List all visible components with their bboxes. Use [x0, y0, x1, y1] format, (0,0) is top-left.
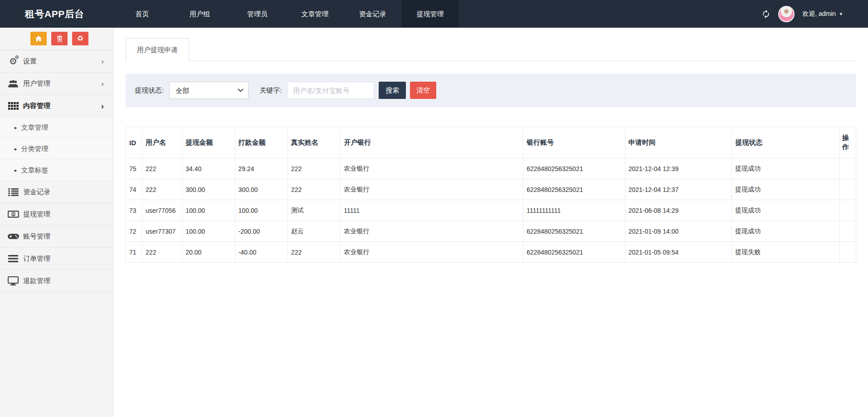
table-row: 71 222 20.00 -40.00 222 农业银行 62284802563…: [126, 242, 856, 263]
clear-button[interactable]: 清空: [410, 82, 436, 99]
sidebar-item-label: 账号管理: [23, 232, 104, 241]
list-icon: [7, 188, 20, 196]
table-row: 74 222 300.00 300.00 222 农业银行 6228480256…: [126, 179, 856, 200]
recycle-button[interactable]: ♻: [72, 32, 88, 45]
chevron-right-icon: ›: [101, 58, 104, 65]
home-icon: [35, 35, 42, 42]
tab-bar-filler: [189, 38, 856, 61]
tab-bar: 用户提现申请: [126, 38, 856, 61]
home-button[interactable]: [30, 32, 47, 45]
refresh-icon[interactable]: [761, 10, 770, 19]
sidebar-item-account-mgmt[interactable]: 账号管理: [0, 226, 113, 248]
col-header-real-name: 真实姓名: [288, 127, 340, 158]
cell-id: 73: [126, 200, 142, 221]
grid-icon: [7, 102, 20, 110]
sidebar-item-order-mgmt[interactable]: 订单管理: [0, 248, 113, 270]
recycle-icon: ♻: [77, 35, 83, 42]
sidebar-subitem-label: 文章标签: [21, 166, 49, 175]
cell-withdraw-status: 提现成功: [732, 158, 840, 179]
nav-item-fund-records[interactable]: 资金记录: [344, 0, 401, 28]
cell-withdraw-status: 提现成功: [732, 200, 840, 221]
cell-withdraw-status: 提现成功: [732, 221, 840, 242]
withdraw-table: ID 用户名 提现金额 打款金额 真实姓名 开户银行 银行账号 申请时间 提现状…: [126, 127, 856, 263]
table-header-row: ID 用户名 提现金额 打款金额 真实姓名 开户银行 银行账号 申请时间 提现状…: [126, 127, 856, 158]
sidebar-subitem-category-mgmt[interactable]: ▸ 分类管理: [0, 138, 113, 160]
cell-apply-time: 2021-06-08 14:29: [625, 200, 732, 221]
gamepad-icon: [7, 233, 20, 240]
user-menu[interactable]: 欢迎, admin ▼: [802, 10, 843, 18]
caret-down-icon: ▼: [839, 12, 843, 16]
tab-user-withdraw-request[interactable]: 用户提现申请: [126, 38, 189, 61]
chevron-right-icon: ›: [101, 80, 104, 88]
sidebar-subitem-label: 文章管理: [21, 123, 49, 132]
sidebar-item-withdraw-mgmt[interactable]: 1 提现管理: [0, 203, 113, 226]
sidebar-item-label: 内容管理: [23, 102, 101, 110]
cell-username: user77307: [142, 221, 182, 242]
nav-item-home[interactable]: 首页: [113, 0, 171, 28]
triangle-right-icon: ▸: [15, 167, 17, 173]
cell-withdraw-amount: 100.00: [182, 221, 235, 242]
cell-apply-time: 2021-01-09 14:00: [625, 221, 732, 242]
table-row: 75 222 34.40 29.24 222 农业银行 622848025632…: [126, 158, 856, 179]
withdraw-status-select[interactable]: 全部: [169, 82, 249, 99]
table-row: 73 user77056 100.00 100.00 测试 11111 1111…: [126, 200, 856, 221]
welcome-text: 欢迎, admin: [802, 10, 836, 18]
cell-bank: 农业银行: [341, 221, 523, 242]
nav-item-admin[interactable]: 管理员: [229, 0, 286, 28]
sidebar-item-label: 设置: [23, 57, 101, 66]
col-header-apply-time: 申请时间: [625, 127, 732, 158]
nav-item-article-mgmt[interactable]: 文章管理: [286, 0, 344, 28]
cell-id: 72: [126, 221, 142, 242]
cell-paid-amount: -200.00: [235, 221, 288, 242]
sidebar-subitem-article-mgmt[interactable]: ▸ 文章管理: [0, 117, 113, 138]
cell-paid-amount: 300.00: [235, 179, 288, 200]
trash-button[interactable]: [51, 32, 68, 45]
sidebar-subitem-article-tags[interactable]: ▸ 文章标签: [0, 160, 113, 181]
cell-paid-amount: 29.24: [235, 158, 288, 179]
sidebar-item-fund-records[interactable]: 资金记录: [0, 181, 113, 203]
col-header-bank: 开户银行: [341, 127, 523, 158]
cell-apply-time: 2021-12-04 12:37: [625, 179, 732, 200]
top-navbar: 租号APP后台 首页 用户组 管理员 文章管理 资金记录 提现管理 欢迎, ad…: [0, 0, 868, 28]
cell-real-name: 222: [288, 242, 340, 263]
col-header-paid-amount: 打款金额: [235, 127, 288, 158]
sidebar-item-label: 资金记录: [23, 188, 104, 196]
col-header-withdraw-amount: 提现金额: [182, 127, 235, 158]
sidebar-toolbar: ♻: [0, 28, 113, 50]
withdraw-status-select-wrap: 全部: [169, 82, 249, 99]
sidebar-item-user-mgmt[interactable]: 用户管理 ›: [0, 73, 113, 95]
sidebar-item-settings[interactable]: ⚙⚙ 设置 ›: [0, 50, 113, 73]
search-button[interactable]: 搜索: [379, 82, 406, 99]
cell-real-name: 赵云: [288, 221, 340, 242]
cell-operation: [839, 242, 856, 263]
col-header-id: ID: [126, 127, 142, 158]
chevron-right-icon: ›: [101, 102, 104, 110]
sidebar-item-label: 订单管理: [23, 255, 104, 263]
banknote-icon: 1: [7, 211, 20, 218]
nav-item-user-group[interactable]: 用户组: [171, 0, 229, 28]
keyword-input[interactable]: [287, 82, 374, 99]
cell-paid-amount: 100.00: [235, 200, 288, 221]
triangle-right-icon: ▸: [15, 125, 17, 131]
sidebar-item-content-mgmt[interactable]: 内容管理 ›: [0, 95, 113, 117]
withdraw-status-label: 提现状态:: [135, 86, 164, 95]
cell-withdraw-status: 提现成功: [732, 179, 840, 200]
app-body: ♻ ⚙⚙ 设置 › 用户管理 › 内容管: [0, 28, 868, 417]
cell-username: 222: [142, 242, 182, 263]
users-icon: [7, 80, 20, 88]
nav-item-withdraw-mgmt[interactable]: 提现管理: [401, 0, 459, 28]
app-logo[interactable]: 租号APP后台: [0, 0, 113, 28]
user-avatar[interactable]: [778, 6, 795, 22]
sidebar: ♻ ⚙⚙ 设置 › 用户管理 › 内容管: [0, 28, 113, 417]
main-content: 用户提现申请 提现状态: 全部 关键字: 搜索 清空: [113, 28, 868, 417]
monitor-icon: [7, 276, 20, 285]
bars-icon: [7, 255, 20, 262]
cell-apply-time: 2021-12-04 12:39: [625, 158, 732, 179]
triangle-right-icon: ▸: [15, 146, 17, 152]
cell-operation: [839, 158, 856, 179]
sidebar-item-refund-mgmt[interactable]: 退款管理: [0, 270, 113, 292]
col-header-username: 用户名: [142, 127, 182, 158]
cell-paid-amount: -40.00: [235, 242, 288, 263]
cell-operation: [839, 200, 856, 221]
sidebar-item-label: 用户管理: [23, 79, 101, 88]
